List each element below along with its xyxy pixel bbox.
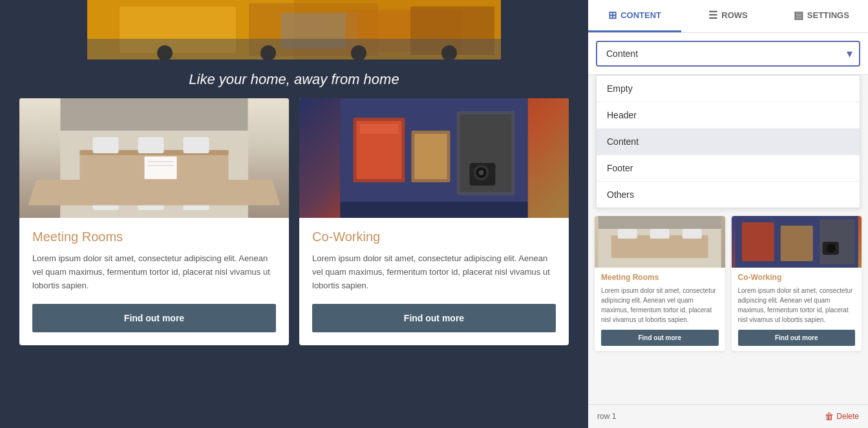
tab-bar: ⊞ CONTENT ☰ ROWS ▤ SETTINGS (588, 0, 868, 33)
page-title: Like your home, away from home (0, 59, 588, 98)
preview-coworking-title: Co-Working (738, 273, 856, 282)
preview-meeting-body: Meeting Rooms Lorem ipsum dolor sit amet… (595, 268, 725, 351)
svg-point-51 (826, 244, 835, 253)
svg-rect-45 (598, 216, 721, 229)
svg-rect-7 (87, 39, 501, 59)
meeting-rooms-body: Meeting Rooms Lorem ipsum dolor sit amet… (19, 218, 289, 345)
dropdown-item-empty[interactable]: Empty (597, 76, 860, 102)
tab-settings-label: SETTINGS (807, 10, 849, 20)
preview-coworking-body: Co-Working Lorem ipsum dolor sit amet, c… (732, 268, 862, 351)
preview-meeting-image (595, 216, 725, 268)
tab-content[interactable]: ⊞ CONTENT (588, 0, 681, 32)
svg-point-38 (479, 170, 484, 175)
svg-rect-21 (184, 194, 209, 210)
content-type-dropdown[interactable]: Empty Header Content Footer Others (596, 41, 860, 67)
tab-content-label: CONTENT (620, 10, 661, 20)
preview-coworking-card: Co-Working Lorem ipsum dolor sit amet, c… (732, 216, 862, 351)
rows-tab-icon: ☰ (708, 9, 717, 21)
dropdown-container: Empty Header Content Footer Others ▾ (588, 33, 868, 75)
svg-rect-25 (61, 98, 248, 131)
tab-rows-label: ROWS (721, 10, 747, 20)
svg-rect-20 (138, 194, 164, 210)
svg-rect-19 (93, 194, 119, 210)
svg-rect-43 (650, 229, 670, 239)
svg-rect-30 (360, 124, 399, 134)
coworking-image (299, 98, 569, 218)
tab-rows[interactable]: ☰ ROWS (681, 0, 774, 32)
coworking-body: Co-Working Lorem ipsum dolor sit amet, c… (299, 218, 569, 345)
delete-label: Delete (836, 412, 859, 421)
preview-coworking-btn[interactable]: Find out more (738, 330, 856, 346)
svg-rect-42 (618, 229, 637, 239)
delete-icon: 🗑 (825, 411, 834, 422)
right-panel: ⊞ CONTENT ☰ ROWS ▤ SETTINGS Empty Header… (588, 0, 868, 428)
svg-rect-17 (138, 137, 164, 153)
tab-settings[interactable]: ▤ SETTINGS (775, 0, 868, 32)
dropdown-item-others[interactable]: Others (597, 182, 860, 208)
svg-rect-18 (184, 137, 209, 153)
settings-tab-icon: ▤ (794, 9, 803, 21)
meeting-rooms-text: Lorem ipsum dolor sit amet, consectetur … (32, 252, 276, 292)
preview-coworking-text: Lorem ipsum dolor sit amet, consectetur … (738, 286, 856, 325)
coworking-text: Lorem ipsum dolor sit amet, consectetur … (312, 252, 556, 292)
row-actions-bar: row 1 🗑 Delete (588, 404, 868, 428)
svg-rect-44 (683, 229, 702, 239)
svg-rect-22 (145, 156, 177, 179)
cards-container: Meeting Rooms Lorem ipsum dolor sit amet… (0, 98, 588, 345)
svg-rect-16 (93, 137, 119, 153)
dropdown-item-header[interactable]: Header (597, 102, 860, 129)
row-label: row 1 (597, 412, 616, 421)
svg-rect-47 (741, 222, 774, 261)
preview-meeting-card: Meeting Rooms Lorem ipsum dolor sit amet… (595, 216, 725, 351)
dropdown-item-content[interactable]: Content (597, 129, 860, 155)
dropdown-menu: Empty Header Content Footer Others (596, 75, 860, 208)
meeting-rooms-image (19, 98, 289, 218)
preview-meeting-btn[interactable]: Find out more (601, 330, 719, 346)
meeting-rooms-title: Meeting Rooms (32, 230, 276, 244)
left-panel: Like your home, away from home (0, 0, 588, 428)
preview-meeting-title: Meeting Rooms (601, 273, 719, 282)
meeting-rooms-card: Meeting Rooms Lorem ipsum dolor sit amet… (19, 98, 289, 345)
coworking-btn[interactable]: Find out more (312, 304, 556, 332)
svg-rect-41 (611, 235, 708, 258)
hero-image (87, 0, 501, 59)
preview-meeting-text: Lorem ipsum dolor sit amet, consectetur … (601, 286, 719, 325)
svg-rect-32 (415, 134, 447, 179)
coworking-card: Co-Working Lorem ipsum dolor sit amet, c… (299, 98, 569, 345)
content-tab-icon: ⊞ (608, 9, 617, 21)
preview-area: Meeting Rooms Lorem ipsum dolor sit amet… (588, 216, 868, 404)
preview-coworking-image (732, 216, 862, 268)
svg-rect-39 (341, 202, 528, 218)
dropdown-item-footer[interactable]: Footer (597, 155, 860, 182)
coworking-title: Co-Working (312, 230, 556, 244)
delete-button[interactable]: 🗑 Delete (825, 411, 859, 422)
svg-rect-48 (780, 226, 812, 261)
meeting-rooms-btn[interactable]: Find out more (32, 304, 276, 332)
